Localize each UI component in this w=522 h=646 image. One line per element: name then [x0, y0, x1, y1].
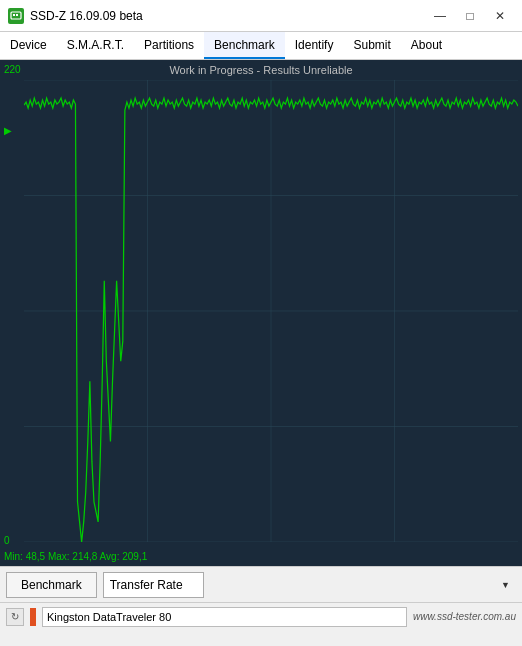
minimize-button[interactable]: —	[426, 5, 454, 27]
status-bar: ↻ Kingston DataTraveler 80 www.ssd-teste…	[0, 602, 522, 630]
transfer-rate-dropdown-wrapper[interactable]: Transfer Rate Access Time IOPS	[103, 572, 516, 598]
close-button[interactable]: ✕	[486, 5, 514, 27]
menu-item-partitions[interactable]: Partitions	[134, 32, 204, 59]
benchmark-chart	[24, 80, 518, 542]
svg-rect-1	[13, 14, 15, 16]
app-icon	[8, 8, 24, 24]
menu-item-benchmark[interactable]: Benchmark	[204, 32, 285, 59]
chart-title: Work in Progress - Results Unreliable	[0, 64, 522, 76]
window-controls: — □ ✕	[426, 5, 514, 27]
maximize-button[interactable]: □	[456, 5, 484, 27]
title-bar: SSD-Z 16.09.09 beta — □ ✕	[0, 0, 522, 32]
svg-rect-2	[16, 14, 18, 16]
website-label: www.ssd-tester.com.au	[413, 611, 516, 622]
menu-item-submit[interactable]: Submit	[343, 32, 400, 59]
drive-color-indicator	[30, 608, 36, 626]
chart-container: 220 Work in Progress - Results Unreliabl…	[0, 60, 522, 566]
benchmark-button[interactable]: Benchmark	[6, 572, 97, 598]
menu-item-about[interactable]: About	[401, 32, 452, 59]
menu-item-identify[interactable]: Identify	[285, 32, 344, 59]
refresh-icon[interactable]: ↻	[6, 608, 24, 626]
menu-item-device[interactable]: Device	[0, 32, 57, 59]
menu-bar: Device S.M.A.R.T. Partitions Benchmark I…	[0, 32, 522, 60]
chart-type-select[interactable]: Transfer Rate Access Time IOPS	[103, 572, 204, 598]
window-title: SSD-Z 16.09.09 beta	[30, 9, 426, 23]
bottom-toolbar: Benchmark Transfer Rate Access Time IOPS	[0, 566, 522, 602]
drive-name: Kingston DataTraveler 80	[42, 607, 407, 627]
chart-stats: Min: 48,5 Max: 214,8 Avg: 209,1	[4, 551, 147, 562]
chart-arrow: ▶	[4, 125, 12, 136]
menu-item-smart[interactable]: S.M.A.R.T.	[57, 32, 134, 59]
chart-y-min-label: 0	[4, 535, 10, 546]
